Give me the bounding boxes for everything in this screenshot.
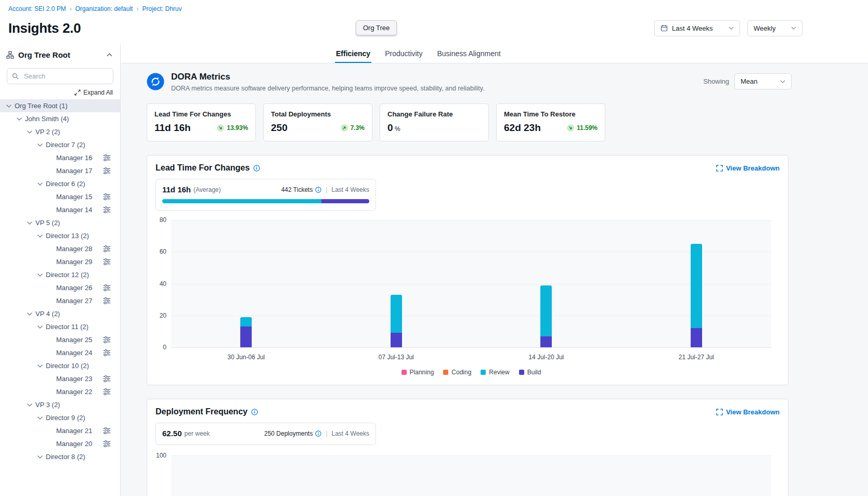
info-icon[interactable] <box>251 409 258 415</box>
tree-item-label: Manager 27 <box>56 297 92 305</box>
tree-item-manager-20[interactable]: Manager 20 <box>0 437 120 450</box>
filter-icon[interactable] <box>103 193 111 200</box>
tree-item-director-12-2[interactable]: Director 12 (2) <box>0 268 120 281</box>
summary-bar-segment-build <box>321 199 369 203</box>
filter-icon[interactable] <box>103 154 111 161</box>
tree-item-vp-5-2[interactable]: VP 5 (2) <box>0 216 120 229</box>
sidebar-collapse-button[interactable] <box>105 51 114 58</box>
filter-icon[interactable] <box>103 206 111 213</box>
chevron-down-icon <box>37 455 43 459</box>
bar-07-jul-13-jul[interactable] <box>321 220 472 347</box>
x-tick-label: 21 Jul-27 Jul <box>621 354 772 361</box>
lead-chart-x-axis: 30 Jun-06 Jul07 Jul-13 Jul14 Jul-20 Jul2… <box>171 354 771 361</box>
tab-efficiency[interactable]: Efficiency <box>335 44 371 63</box>
interval-select[interactable]: Weekly <box>747 20 802 36</box>
header-controls: Last 4 Weeks Weekly <box>654 20 802 36</box>
tree-item-director-10-2[interactable]: Director 10 (2) <box>0 359 120 372</box>
filter-icon[interactable] <box>103 427 111 434</box>
tree-item-label: Director 9 (2) <box>46 414 85 422</box>
tree-item-manager-27[interactable]: Manager 27 <box>0 294 120 307</box>
trend-value: 13.93% <box>227 124 248 132</box>
expand-all-label: Expand All <box>83 89 113 96</box>
calendar-icon <box>660 24 668 32</box>
org-tree-button[interactable]: Org Tree <box>356 20 397 35</box>
tree-item-manager-21[interactable]: Manager 21 <box>0 424 120 437</box>
filter-icon[interactable] <box>103 440 111 447</box>
info-icon[interactable] <box>315 430 321 437</box>
deployment-chart: 100 <box>156 455 780 496</box>
tree-item-director-6-2[interactable]: Director 6 (2) <box>0 177 120 190</box>
legend-item-build[interactable]: Build <box>519 369 541 376</box>
tree-item-vp-2-2[interactable]: VP 2 (2) <box>0 125 120 138</box>
tree-item-director-8-2[interactable]: Director 8 (2) <box>0 450 120 463</box>
filter-icon[interactable] <box>103 297 111 304</box>
search-input[interactable] <box>7 68 113 84</box>
tree-item-manager-28[interactable]: Manager 28 <box>0 242 120 255</box>
tab-productivity[interactable]: Productivity <box>384 44 423 63</box>
tree-item-director-9-2[interactable]: Director 9 (2) <box>0 411 120 424</box>
dora-icon <box>147 73 164 90</box>
legend-item-coding[interactable]: Coding <box>443 369 471 376</box>
lead-chart-legend: PlanningCodingReviewBuild <box>171 369 771 376</box>
tree-item-director-7-2[interactable]: Director 7 (2) <box>0 138 120 151</box>
layout: Org Tree Root Expand All Org Tree Root (… <box>0 44 868 496</box>
tree-item-manager-24[interactable]: Manager 24 <box>0 346 120 359</box>
tree-item-manager-22[interactable]: Manager 22 <box>0 385 120 398</box>
y-tick-label: 100 <box>156 452 171 459</box>
breadcrumb-link[interactable]: Account: SEI 2.0 PM <box>8 5 66 12</box>
showing-select[interactable]: Mean <box>734 73 792 89</box>
y-tick-label: 80 <box>160 216 166 224</box>
tree-item-john-smith-4[interactable]: John Smith (4) <box>0 112 120 125</box>
tree-item-manager-17[interactable]: Manager 17 <box>0 164 120 177</box>
showing-control: Showing Mean <box>703 73 792 89</box>
chevron-down-icon <box>791 27 796 30</box>
info-icon[interactable] <box>253 165 260 172</box>
expand-corners-icon <box>716 409 723 415</box>
tree-item-label: Manager 14 <box>56 206 92 214</box>
breadcrumb-link[interactable]: Project: Dhruv <box>142 5 182 12</box>
tree-item-vp-4-2[interactable]: VP 4 (2) <box>0 307 120 320</box>
tree-item-manager-26[interactable]: Manager 26 <box>0 281 120 294</box>
legend-label: Build <box>527 369 541 376</box>
tree-item-vp-3-2[interactable]: VP 3 (2) <box>0 398 120 411</box>
expand-corners-icon <box>716 165 723 172</box>
filter-icon[interactable] <box>103 284 111 291</box>
filter-icon[interactable] <box>103 349 111 356</box>
tree-item-manager-16[interactable]: Manager 16 <box>0 151 120 164</box>
metric-card-title: Total Deployments <box>271 110 365 118</box>
filter-icon[interactable] <box>103 375 111 382</box>
bar-30-jun-06-jul[interactable] <box>171 220 321 347</box>
lead-time-view-breakdown[interactable]: View Breakdown <box>716 164 780 172</box>
deployment-summary: 62.50 per week 250 Deployments | Last 4 … <box>156 423 376 445</box>
tree-item-director-11-2[interactable]: Director 11 (2) <box>0 320 120 333</box>
date-range-select[interactable]: Last 4 Weeks <box>654 20 740 36</box>
trend-badge: 7.3% <box>341 124 365 132</box>
title-row: Insights 2.0 Org Tree Last 4 Weeks Weekl… <box>0 12 868 44</box>
filter-icon[interactable] <box>103 167 111 174</box>
dora-description: DORA metrics measure software delivery p… <box>171 85 485 92</box>
filter-icon[interactable] <box>103 258 111 265</box>
tree-item-manager-29[interactable]: Manager 29 <box>0 255 120 268</box>
filter-icon[interactable] <box>103 336 111 343</box>
filter-icon[interactable] <box>103 388 111 395</box>
tree-item-manager-23[interactable]: Manager 23 <box>0 372 120 385</box>
deployment-view-breakdown[interactable]: View Breakdown <box>716 408 780 416</box>
tree-item-manager-15[interactable]: Manager 15 <box>0 190 120 203</box>
bar-segment-review <box>391 295 402 333</box>
legend-item-review[interactable]: Review <box>481 369 509 376</box>
legend-label: Review <box>489 369 509 376</box>
breadcrumb-link[interactable]: Organization: default <box>75 5 133 12</box>
tree-item-org-tree-root-1[interactable]: Org Tree Root (1) <box>0 99 120 112</box>
filter-icon[interactable] <box>103 245 111 252</box>
bar-21-jul-27-jul[interactable] <box>621 220 772 347</box>
tree-item-manager-14[interactable]: Manager 14 <box>0 203 120 216</box>
bar-segment-build <box>540 336 552 347</box>
expand-all-button[interactable]: Expand All <box>7 89 113 96</box>
tab-business-alignment[interactable]: Business Alignment <box>436 44 502 63</box>
tree-item-manager-25[interactable]: Manager 25 <box>0 333 120 346</box>
bar-14-jul-20-jul[interactable] <box>471 220 621 347</box>
legend-item-planning[interactable]: Planning <box>401 369 434 376</box>
tree-item-director-13-2[interactable]: Director 13 (2) <box>0 229 120 242</box>
tree-item-label: John Smith (4) <box>25 115 69 123</box>
info-icon[interactable] <box>315 187 321 193</box>
